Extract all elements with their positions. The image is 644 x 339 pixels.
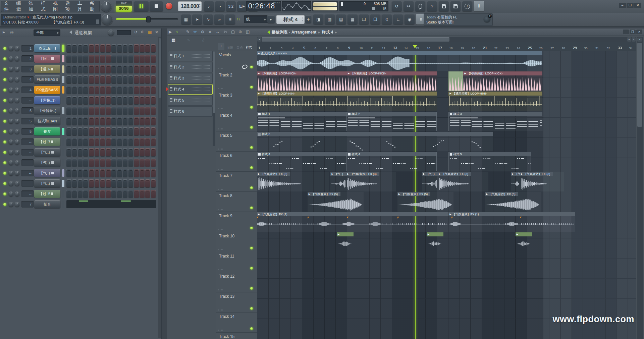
step-cell[interactable] — [151, 179, 156, 187]
step-cell[interactable] — [100, 96, 105, 104]
channel-mute-led[interactable] — [3, 172, 6, 175]
step-cell[interactable] — [145, 117, 150, 125]
volume-knob[interactable] — [15, 67, 19, 71]
cpu-memory-panel[interactable]: 9 508 MB 15 — [339, 1, 388, 11]
channel-mute-led[interactable] — [3, 192, 6, 195]
playlist-clip[interactable]: 样式 4 — [257, 152, 347, 171]
add-track-button[interactable]: + — [218, 43, 224, 50]
touch-icon[interactable]: ◉ — [405, 14, 415, 24]
step-cell[interactable] — [117, 75, 122, 83]
mixer-target-display[interactable]: 1 — [21, 45, 34, 52]
step-cell[interactable] — [100, 138, 105, 146]
clip-header[interactable]: ▶【气氛音效】FX (5) — [485, 192, 518, 196]
pattern-item-2[interactable]: 样式 2 — [168, 62, 213, 72]
metronome-icon[interactable]: ♪ — [204, 1, 214, 11]
step-cell[interactable] — [89, 55, 94, 63]
track-header-track-8[interactable]: Track 8 — [216, 192, 257, 212]
step-cell[interactable] — [83, 44, 88, 52]
step-cell[interactable] — [151, 65, 156, 73]
vscroll-thumb[interactable] — [637, 43, 642, 127]
playlist-clip[interactable]: ▶ — [337, 232, 354, 252]
pan-knob[interactable] — [9, 139, 13, 144]
step-cell[interactable] — [134, 179, 139, 187]
step-cell[interactable] — [66, 190, 71, 198]
plugin-database-icon[interactable]: ❐ — [370, 14, 380, 24]
step-cell[interactable] — [106, 107, 111, 115]
step-cell[interactable] — [123, 169, 128, 177]
step-cell[interactable] — [100, 169, 105, 177]
picker-scrollbar[interactable] — [213, 51, 215, 146]
graph-editor-icon[interactable]: ılı — [141, 30, 144, 34]
playlist-clip[interactable]: 样式 2 — [347, 112, 437, 131]
step-cell[interactable] — [66, 65, 71, 73]
step-cell[interactable] — [117, 127, 122, 135]
step-cell[interactable] — [128, 65, 133, 73]
channel-selector[interactable] — [62, 180, 64, 187]
step-cell[interactable] — [140, 96, 145, 104]
playlist-vscrollbar[interactable]: ▴ — [637, 37, 643, 339]
channel-mute-led[interactable] — [3, 89, 6, 92]
step-cell[interactable] — [111, 65, 116, 73]
typing-keyboard-piano-icon[interactable]: ≡ — [225, 14, 235, 24]
step-cell[interactable] — [151, 148, 156, 156]
step-cell[interactable] — [145, 44, 150, 52]
step-cell[interactable] — [140, 75, 145, 83]
channel-button-10[interactable]: 【过..7 — [34, 138, 60, 146]
track-mute-led[interactable] — [250, 126, 253, 129]
step-cell[interactable] — [117, 148, 122, 156]
menu-item-工具[interactable]: 工具 — [75, 0, 87, 12]
channel-selector[interactable] — [62, 117, 64, 125]
step-cell[interactable] — [128, 55, 133, 63]
pattern-item-4[interactable]: 样式 4 — [168, 84, 213, 95]
track-grip[interactable] — [218, 309, 223, 310]
mixer-icon[interactable]: ▦ — [347, 14, 358, 24]
pattern-menu-button[interactable]: ▸ — [267, 15, 275, 23]
step-cell[interactable] — [123, 127, 128, 135]
step-cell[interactable] — [66, 117, 71, 125]
step-cell[interactable] — [72, 65, 77, 73]
time-display[interactable]: 0:26:48 M:S:CS — [246, 1, 281, 11]
plugin-icon[interactable]: ↯ — [382, 14, 392, 24]
rack-undo-icon[interactable]: ↺ — [134, 30, 138, 35]
step-cell[interactable] — [95, 179, 100, 187]
vscroll-up-arrow[interactable]: ▴ — [637, 38, 642, 42]
track-grip[interactable] — [218, 128, 223, 129]
step-cell[interactable] — [134, 107, 139, 115]
step-cell[interactable] — [95, 127, 100, 135]
step-cell[interactable] — [72, 190, 77, 198]
playlist-clip[interactable]: 样式 3 — [448, 112, 542, 131]
channel-mute-led[interactable] — [3, 120, 6, 123]
volume-knob[interactable] — [15, 108, 19, 113]
step-cell[interactable] — [95, 117, 100, 125]
step-cell[interactable] — [72, 179, 77, 187]
channel-mute-led[interactable] — [3, 99, 6, 102]
clip-header[interactable]: ▶【气..) — [422, 172, 438, 176]
track-header-track-14[interactable]: Track 14 — [216, 313, 257, 333]
step-cell[interactable] — [145, 96, 150, 104]
step-cell[interactable] — [117, 138, 122, 146]
oscilloscope-panel[interactable] — [282, 1, 311, 11]
channel-button-7[interactable]: 【分解琶..) — [34, 107, 60, 115]
step-cell[interactable] — [151, 117, 156, 125]
step-cell[interactable] — [78, 65, 83, 73]
track-mute-led[interactable] — [250, 166, 253, 169]
step-cell[interactable] — [78, 107, 83, 115]
slide-notes-icon[interactable]: ∿ — [203, 14, 213, 24]
volume-knob[interactable] — [15, 160, 19, 165]
step-cell[interactable] — [117, 65, 122, 73]
step-cell[interactable] — [145, 148, 150, 156]
pan-knob[interactable] — [9, 88, 13, 92]
volume-knob[interactable] — [15, 119, 19, 123]
channel-mute-led[interactable] — [3, 203, 6, 206]
track-grip[interactable] — [218, 269, 223, 270]
step-cell[interactable] — [78, 179, 83, 187]
slider-thumb[interactable] — [146, 16, 151, 22]
playlist-clip[interactable]: ▶【气氛音效】FX (1) — [257, 212, 448, 232]
channel-selector[interactable] — [62, 65, 64, 73]
main-volume-knob[interactable] — [101, 1, 112, 12]
clip-header[interactable]: ▶【阿福鼓组】LOOP-KICK- — [257, 71, 347, 75]
hscroll-right-arrow[interactable]: ▸ — [627, 37, 631, 42]
rack-close-icon[interactable]: ✕ — [155, 30, 158, 35]
menu-item-样式[interactable]: 样式 — [38, 0, 51, 12]
step-cell[interactable] — [95, 159, 100, 167]
